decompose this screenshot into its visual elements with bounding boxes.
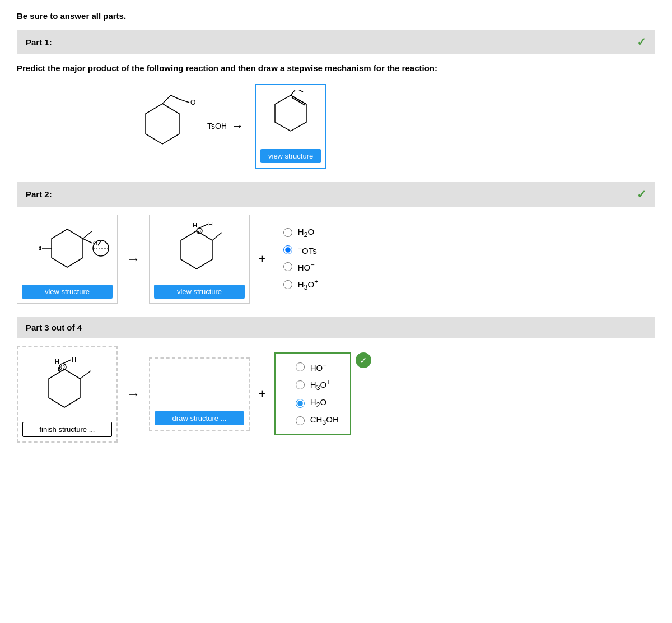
svg-text:OH: OH bbox=[190, 99, 196, 106]
svg-marker-0 bbox=[146, 104, 179, 144]
part2-header: Part 2: ✓ bbox=[17, 182, 655, 207]
part3-option-1[interactable]: H3O+ bbox=[296, 378, 339, 392]
svg-line-17 bbox=[83, 239, 92, 243]
part2-section: Part 2: ✓ O view structur bbox=[17, 182, 655, 304]
part3-correct-checkmark: ✓ bbox=[356, 352, 371, 368]
part3-option-0-label: HO− bbox=[310, 361, 327, 373]
part3-draw-molecule: draw structure ... bbox=[149, 357, 250, 431]
part2-option-1-label: −OTs bbox=[298, 244, 317, 255]
svg-marker-5 bbox=[275, 95, 306, 131]
part2-option-0[interactable]: H2O bbox=[283, 227, 319, 239]
part2-view-structure-btn-2[interactable]: view structure bbox=[154, 285, 245, 299]
part2-radio-3[interactable] bbox=[283, 280, 292, 289]
part2-checkmark: ✓ bbox=[637, 188, 646, 201]
part2-option-1[interactable]: −OTs bbox=[283, 244, 319, 255]
svg-line-6 bbox=[291, 95, 306, 104]
part2-left-molecule: O view structure bbox=[17, 215, 118, 304]
svg-line-8 bbox=[291, 90, 296, 95]
part1-label: Part 1: bbox=[26, 38, 52, 47]
part3-arrow: → bbox=[127, 386, 140, 402]
part3-label: Part 3 out of 4 bbox=[26, 323, 82, 332]
reagent-text: TsOH bbox=[207, 122, 227, 131]
svg-line-11 bbox=[83, 231, 92, 239]
svg-marker-10 bbox=[52, 229, 83, 267]
part2-option-0-label: H2O bbox=[298, 227, 314, 239]
part3-finish-structure-btn[interactable]: finish structure ... bbox=[22, 422, 112, 437]
svg-line-28 bbox=[80, 371, 91, 379]
svg-line-1 bbox=[162, 95, 171, 104]
part3-radio-0[interactable] bbox=[296, 362, 305, 371]
part2-view-structure-btn-1[interactable]: view structure bbox=[22, 285, 113, 299]
part3-answer-box: HO− H3O+ H2O CH3OH ✓ bbox=[274, 352, 371, 435]
svg-line-2 bbox=[171, 95, 179, 99]
part3-option-2[interactable]: H2O bbox=[296, 397, 339, 409]
svg-text:H: H bbox=[55, 358, 59, 365]
part3-left-molecule: H O H finish structure ... bbox=[17, 346, 118, 443]
part3-option-3-label: CH3OH bbox=[310, 415, 339, 426]
svg-text:H: H bbox=[208, 221, 213, 227]
svg-text:O: O bbox=[93, 240, 97, 247]
svg-line-9 bbox=[296, 90, 303, 92]
svg-line-3 bbox=[179, 99, 189, 103]
part3-section: Part 3 out of 4 H O H finish structure .… bbox=[17, 317, 655, 443]
instruction-text: Be sure to answer all parts. bbox=[17, 11, 655, 21]
part3-radio-container: HO− H3O+ H2O CH3OH bbox=[274, 352, 351, 435]
part3-option-2-label: H2O bbox=[310, 397, 326, 409]
part1-reaction-row: OH TsOH → view structure bbox=[129, 84, 655, 169]
svg-point-35 bbox=[58, 369, 60, 371]
svg-line-21 bbox=[212, 233, 222, 240]
part2-right-molecule: H O H view structure bbox=[149, 215, 250, 304]
part3-radio-3[interactable] bbox=[296, 416, 305, 425]
svg-marker-20 bbox=[181, 231, 212, 269]
svg-line-25 bbox=[199, 224, 208, 228]
part3-plus: + bbox=[259, 388, 265, 401]
part3-radio-options: HO− H3O+ H2O CH3OH bbox=[296, 361, 339, 426]
part3-option-1-label: H3O+ bbox=[310, 378, 331, 392]
part2-radio-options: H2O −OTs HO− H3O+ bbox=[283, 227, 319, 291]
part3-draw-structure-btn[interactable]: draw structure ... bbox=[155, 411, 244, 425]
part3-radio-1[interactable] bbox=[296, 380, 305, 389]
reagent-label: TsOH → bbox=[207, 119, 244, 133]
svg-marker-27 bbox=[49, 369, 80, 407]
part3-option-0[interactable]: HO− bbox=[296, 361, 339, 373]
part1-section: Part 1: ✓ Predict the major product of t… bbox=[17, 30, 655, 169]
part2-label: Part 2: bbox=[26, 189, 52, 199]
part2-option-3[interactable]: H3O+ bbox=[283, 278, 319, 291]
svg-line-32 bbox=[63, 360, 71, 364]
svg-line-19 bbox=[98, 241, 101, 245]
svg-text:O: O bbox=[60, 364, 65, 370]
part3-content: H O H finish structure ... → draw struct… bbox=[17, 346, 655, 443]
part2-option-3-label: H3O+ bbox=[298, 278, 319, 291]
reactant-molecule: OH bbox=[129, 92, 196, 160]
part2-content: O view structure → H O H view structure bbox=[17, 215, 655, 304]
part1-header: Part 1: ✓ bbox=[17, 30, 655, 54]
part1-question: Predict the major product of the followi… bbox=[17, 62, 655, 75]
part1-product-box: view structure bbox=[255, 84, 326, 169]
part2-arrow: → bbox=[127, 251, 140, 267]
svg-text:H: H bbox=[193, 222, 197, 229]
part2-radio-0[interactable] bbox=[283, 228, 292, 237]
part2-plus: + bbox=[259, 253, 265, 266]
svg-text:H: H bbox=[72, 356, 76, 363]
part1-checkmark: ✓ bbox=[637, 35, 646, 49]
svg-point-14 bbox=[39, 248, 41, 250]
part1-view-structure-btn[interactable]: view structure bbox=[260, 149, 321, 163]
part3-radio-2[interactable] bbox=[296, 399, 305, 408]
svg-point-34 bbox=[58, 367, 60, 369]
svg-point-13 bbox=[39, 246, 41, 248]
svg-text:O: O bbox=[197, 229, 201, 234]
part2-radio-2[interactable] bbox=[283, 262, 292, 271]
part3-header: Part 3 out of 4 bbox=[17, 317, 655, 338]
svg-line-7 bbox=[292, 97, 305, 105]
part2-option-2-label: HO− bbox=[298, 261, 315, 272]
part2-radio-1[interactable] bbox=[283, 245, 292, 254]
part3-option-3[interactable]: CH3OH bbox=[296, 415, 339, 426]
part2-option-2[interactable]: HO− bbox=[283, 261, 319, 272]
